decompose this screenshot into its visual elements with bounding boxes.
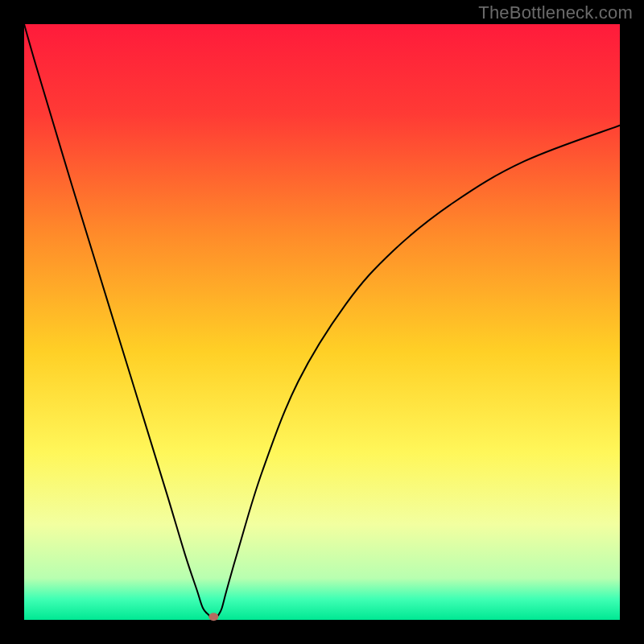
min-point-marker [208, 613, 218, 621]
bottleneck-chart [0, 0, 644, 644]
chart-container: TheBottleneck.com [0, 0, 644, 644]
watermark-text: TheBottleneck.com [478, 2, 633, 23]
